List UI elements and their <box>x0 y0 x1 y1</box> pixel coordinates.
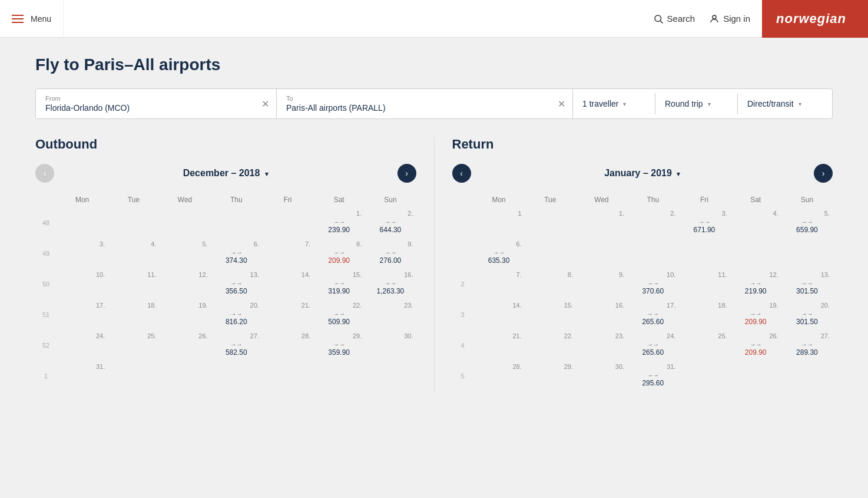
return-month-chevron: ▾ <box>677 170 680 177</box>
flight-arrow-icon: →→ <box>230 249 242 256</box>
trip-type-dropdown[interactable]: Round trip ▾ <box>655 93 738 114</box>
search-label: Search <box>667 14 695 24</box>
day-cell[interactable]: 26.→→209.90 <box>730 330 781 361</box>
day-cell[interactable]: 13.→→301.50 <box>781 269 833 299</box>
from-value: Florida-Orlando (MCO) <box>45 103 267 113</box>
outbound-next-button[interactable]: › <box>397 164 416 183</box>
day-number: 15. <box>314 271 363 278</box>
flight-arrow-icon: →→ <box>230 280 242 286</box>
day-price: 276.00 <box>380 256 402 265</box>
flight-arrow-icon: →→ <box>493 249 505 256</box>
route-type-dropdown[interactable]: Direct/transit ▾ <box>738 93 832 114</box>
travellers-chevron: ▾ <box>623 101 626 107</box>
signin-action[interactable]: Sign in <box>709 14 750 24</box>
user-icon <box>709 14 720 24</box>
menu-area: Menu <box>0 0 64 37</box>
flight-arrow-icon: →→ <box>385 280 396 286</box>
day-cell[interactable]: 16.→→1,263.30 <box>365 269 416 299</box>
outbound-prev-button[interactable]: ‹ <box>35 164 54 183</box>
day-price: 671.90 <box>694 226 715 234</box>
day-cell[interactable]: 20.→→301.50 <box>781 299 833 330</box>
day-cell <box>159 361 210 391</box>
day-number: 8. <box>526 271 575 278</box>
menu-label[interactable]: Menu <box>31 14 51 24</box>
travellers-dropdown[interactable]: 1 traveller ▾ <box>573 93 655 114</box>
day-price: 509.90 <box>328 318 350 326</box>
day-cell: 3. <box>57 238 108 269</box>
return-next-button[interactable]: › <box>814 164 833 183</box>
week-number: 49 <box>35 238 57 269</box>
day-cell <box>730 238 781 269</box>
from-clear-button[interactable]: ✕ <box>261 98 269 110</box>
route-type-value: Direct/transit <box>747 99 794 108</box>
day-cell[interactable]: 27.→→289.30 <box>781 330 833 361</box>
day-header: Fri <box>262 192 313 207</box>
flight-arrow-icon: →→ <box>385 219 396 225</box>
day-header: Sun <box>365 192 416 207</box>
return-prev-button[interactable]: ‹ <box>452 164 471 183</box>
day-price: 289.30 <box>796 348 818 357</box>
svg-line-1 <box>660 21 662 23</box>
to-field[interactable]: To Paris-All airports (PARALL) ✕ <box>277 89 573 118</box>
day-price: 209.90 <box>745 348 767 357</box>
day-cell[interactable]: 2.→→644.30 <box>365 207 416 238</box>
outbound-calendar-header: ‹ December – 2018 ▾ › <box>35 164 416 183</box>
day-cell: 24. <box>57 330 108 361</box>
day-cell[interactable]: 10.→→370.60 <box>627 269 678 299</box>
day-cell[interactable]: 1.→→239.90 <box>313 207 365 238</box>
day-cell[interactable]: 5.→→659.90 <box>781 207 833 238</box>
day-header: Wed <box>576 192 627 207</box>
week-number: 50 <box>35 269 57 299</box>
day-cell[interactable]: 6.→→374.30 <box>211 238 262 269</box>
day-number: 3. <box>58 240 107 248</box>
day-cell: 25. <box>108 330 159 361</box>
day-cell <box>627 238 678 269</box>
header-logo: norwegian <box>762 0 868 38</box>
day-cell[interactable]: 6.→→635.30 <box>473 238 525 269</box>
flight-arrow-icon: →→ <box>333 311 345 317</box>
day-cell[interactable]: 17.→→265.60 <box>627 299 678 330</box>
day-cell[interactable]: 24.→→265.60 <box>627 330 678 361</box>
day-cell <box>159 207 210 238</box>
day-number: 16. <box>577 302 626 309</box>
day-cell: 18. <box>108 299 159 330</box>
day-cell: 1. <box>576 207 627 238</box>
day-cell[interactable]: 29.→→359.90 <box>313 330 365 361</box>
day-number: 17. <box>628 302 677 309</box>
day-cell[interactable]: 22.→→509.90 <box>313 299 365 330</box>
day-cell: 28. <box>262 330 313 361</box>
hamburger-icon[interactable] <box>12 15 24 23</box>
day-cell[interactable]: 15.→→319.90 <box>313 269 365 299</box>
week-number: 3 <box>452 299 473 330</box>
day-cell <box>108 207 159 238</box>
search-action[interactable]: Search <box>653 14 695 24</box>
day-header: Tue <box>108 192 159 207</box>
day-number: 1. <box>314 210 363 217</box>
day-price: 635.30 <box>488 256 510 265</box>
day-cell[interactable]: 9.→→276.00 <box>365 238 416 269</box>
day-number: 26. <box>731 332 780 339</box>
from-field[interactable]: From Florida-Orlando (MCO) ✕ <box>36 89 277 118</box>
day-cell[interactable]: 19.→→209.90 <box>730 299 781 330</box>
day-header: Thu <box>627 192 678 207</box>
day-cell <box>262 207 313 238</box>
day-cell[interactable]: 31.→→295.60 <box>627 361 678 391</box>
day-cell[interactable]: 3.→→671.90 <box>678 207 730 238</box>
day-cell[interactable]: 12.→→219.90 <box>730 269 781 299</box>
page-title: Fly to Paris–All airports <box>35 55 833 74</box>
return-month-title[interactable]: January – 2019 ▾ <box>471 168 814 179</box>
day-number: 11. <box>109 271 158 278</box>
day-cell[interactable]: 27.→→582.50 <box>211 330 262 361</box>
day-cell: 11. <box>678 269 730 299</box>
day-cell: 7. <box>262 238 313 269</box>
flight-arrow-icon: →→ <box>801 280 813 286</box>
day-cell <box>211 207 262 238</box>
day-cell[interactable]: 8.→→209.90 <box>313 238 365 269</box>
flight-arrow-icon: →→ <box>801 219 813 225</box>
to-clear-button[interactable]: ✕ <box>558 98 565 110</box>
day-cell: 30. <box>365 330 416 361</box>
day-cell[interactable]: 13.→→356.50 <box>211 269 262 299</box>
outbound-month-title[interactable]: December – 2018 ▾ <box>54 168 397 179</box>
day-cell[interactable]: 20.→→816.20 <box>211 299 262 330</box>
day-cell <box>525 207 576 238</box>
